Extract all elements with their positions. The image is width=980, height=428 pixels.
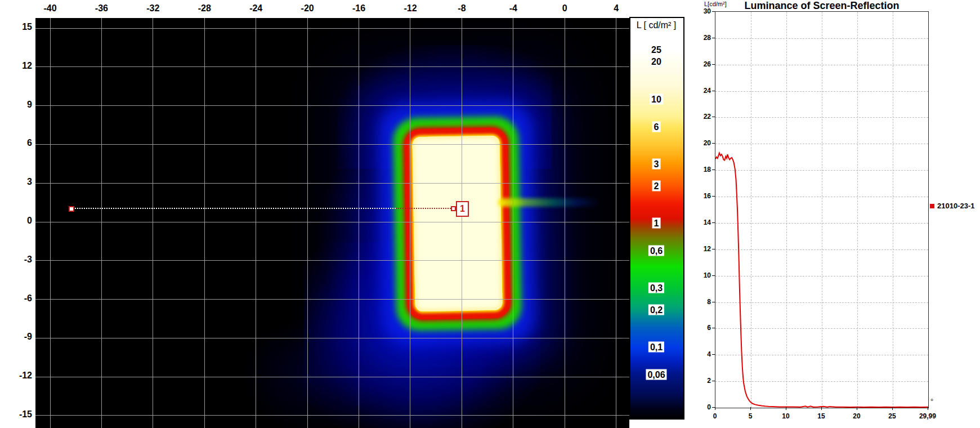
chart-y-tick <box>712 91 715 91</box>
reflection-curve <box>715 12 928 408</box>
heatmap-y-tick-label: -3 <box>0 255 32 265</box>
colorbar-tick-label: 0,2 <box>648 304 664 315</box>
chart-y-tick-label: 4 <box>694 350 711 358</box>
heatmap-x-tick-label: -12 <box>395 3 426 14</box>
heatmap-vertical-gridline <box>359 18 359 428</box>
chart-y-tick-label: 18 <box>694 166 711 173</box>
chart-y-tick-label: 2 <box>694 377 711 385</box>
chart-x-tick-label: 29,99 <box>914 412 941 420</box>
heatmap-x-tick-label: -24 <box>240 3 272 14</box>
chart-y-tick <box>712 275 715 276</box>
heatmap-right-tick <box>622 377 629 377</box>
heatmap-right-tick <box>622 105 629 106</box>
marker-connector-square <box>451 206 456 211</box>
chart-y-tick <box>712 117 715 117</box>
heatmap-right-tick <box>622 415 629 416</box>
heatmap-horizontal-gridline <box>35 415 629 416</box>
chart-y-tick-label: 16 <box>694 192 711 200</box>
heatmap-vertical-gridline <box>616 18 616 428</box>
colorbar-tick-label: 6 <box>652 121 661 132</box>
heatmap-horizontal-gridline <box>35 260 629 261</box>
heatmap-right-tick <box>622 299 629 300</box>
heatmap-y-tick-label: -6 <box>0 293 32 304</box>
chart-y-tick <box>712 38 715 38</box>
chart-y-tick <box>712 249 715 249</box>
heatmap-vertical-gridline <box>565 18 565 428</box>
chart-y-tick <box>712 64 715 65</box>
heatmap-vertical-gridline <box>462 18 462 428</box>
chart-y-tick-label: 30 <box>694 7 711 15</box>
heatmap-right-tick <box>622 28 629 29</box>
heatmap-y-tick-label: 3 <box>0 177 32 187</box>
heatmap-x-tick-label: -16 <box>343 3 375 14</box>
heatmap-right-tick <box>622 66 629 67</box>
marker-start-handle[interactable] <box>69 206 74 212</box>
chart-y-tick <box>712 222 715 223</box>
chart-x-tick <box>821 407 822 410</box>
series-21010-23-1 <box>715 153 928 407</box>
marker-dotted-line <box>70 208 396 209</box>
chart-y-tick <box>712 11 715 12</box>
heatmap-horizontal-gridline <box>35 377 629 377</box>
chart-x-tick-label: 15 <box>808 412 835 420</box>
luminance-map[interactable]: 1 <box>35 18 629 428</box>
heatmap-vertical-gridline <box>307 18 308 428</box>
blue-halo-bottom-left <box>242 315 388 428</box>
chart-legend-item[interactable]: 21010-23-1 <box>930 202 975 210</box>
colorbar-tick-label: 20 <box>650 56 663 67</box>
chart-y-tick-label: 0 <box>694 403 711 411</box>
heatmap-y-tick-label: -12 <box>0 371 32 381</box>
heatmap-vertical-gridline <box>50 18 51 428</box>
heatmap-x-tick-label: -40 <box>34 3 66 14</box>
chart-y-tick-label: 14 <box>694 219 711 226</box>
chart-y-tick-label: 6 <box>694 324 711 332</box>
heatmap-x-tick-label: -4 <box>498 3 529 14</box>
chart-y-tick <box>712 381 715 381</box>
chart-x-tick-label: 10 <box>772 412 799 420</box>
colorbar-tick-label: 1 <box>652 217 661 228</box>
chart-x-tick <box>786 407 786 410</box>
heatmap-x-tick-label: -8 <box>446 3 477 14</box>
chart-y-tick-label: 10 <box>694 271 711 279</box>
colorbar-tick-label: 0,06 <box>646 369 666 380</box>
chart-y-tick-label: 24 <box>694 87 711 95</box>
heatmap-horizontal-gridline <box>35 299 629 300</box>
chart-x-tick <box>750 407 751 410</box>
heatmap-right-tick <box>622 260 629 261</box>
chart-y-axis-unit: L[cd/m²] <box>704 1 727 7</box>
heatmap-vertical-gridline <box>256 18 256 428</box>
legend-color-swatch <box>930 204 934 208</box>
legend-series-label: 21010-23-1 <box>937 202 975 210</box>
heatmap-vertical-gridline <box>101 18 102 428</box>
heatmap-horizontal-gridline <box>35 66 629 67</box>
heatmap-y-tick-label: 6 <box>0 138 32 148</box>
colorbar-tick-label: 0,6 <box>648 245 664 256</box>
chart-x-tick-label: 0 <box>701 412 728 420</box>
chart-y-tick <box>712 328 715 328</box>
colorbar-tick-label: 0,3 <box>648 283 664 293</box>
chart-y-tick-label: 26 <box>694 60 711 68</box>
heatmap-vertical-gridline <box>153 18 153 428</box>
chart-y-tick <box>712 196 715 197</box>
chart-plot-area[interactable] <box>715 11 929 408</box>
colorbar-tick-label: 10 <box>650 93 663 104</box>
chart-x-tick <box>715 407 715 410</box>
chart-title: Luminance of Screen-Reflection <box>732 0 912 12</box>
colorbar-tick-label: 2 <box>652 180 661 191</box>
heatmap-right-tick <box>622 183 629 184</box>
colorbar-tick-label: 25 <box>650 44 663 55</box>
chart-x-tick-label: 5 <box>737 412 764 420</box>
heatmap-horizontal-gridline <box>35 105 629 106</box>
heatmap-right-tick <box>622 144 629 145</box>
heatmap-x-tick-label: 0 <box>549 3 580 14</box>
heatmap-vertical-gridline <box>204 18 205 428</box>
heatmap-horizontal-gridline <box>35 183 629 184</box>
heatmap-vertical-gridline <box>410 18 410 428</box>
heatmap-x-tick-label: -20 <box>292 3 323 14</box>
chart-x-tick <box>892 407 893 410</box>
chart-x-tick-label: 20 <box>843 412 870 420</box>
heatmap-right-tick <box>622 338 629 338</box>
chart-y-tick <box>712 143 715 144</box>
chart-x-tick-label: 25 <box>879 412 906 420</box>
marker-1-label[interactable]: 1 <box>456 201 469 217</box>
